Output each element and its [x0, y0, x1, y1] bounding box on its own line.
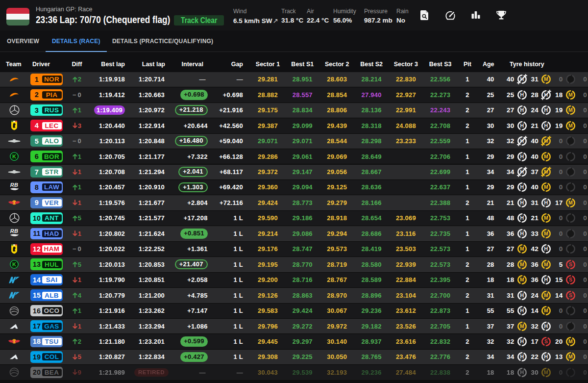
- svg-text:S: S: [568, 277, 572, 282]
- svg-text:H: H: [544, 123, 548, 128]
- svg-text:M: M: [520, 246, 524, 252]
- svg-text:H: H: [520, 184, 524, 190]
- svg-text:M: M: [544, 153, 548, 159]
- svg-text:H: H: [520, 169, 524, 175]
- svg-text:H: H: [520, 77, 524, 82]
- svg-text:H: H: [544, 246, 548, 252]
- svg-text:M: M: [520, 261, 524, 267]
- svg-text:M: M: [568, 200, 573, 205]
- svg-text:S: S: [568, 292, 572, 298]
- svg-text:H: H: [520, 369, 524, 375]
- svg-text:RB: RB: [10, 182, 18, 188]
- svg-text:H: H: [520, 292, 524, 298]
- svg-text:H: H: [544, 92, 548, 98]
- svg-text:H: H: [520, 215, 524, 221]
- svg-text:H: H: [544, 277, 548, 282]
- svg-text:M: M: [544, 184, 548, 190]
- svg-text:M: M: [568, 92, 573, 98]
- svg-text:M: M: [568, 123, 573, 128]
- svg-text:M: M: [520, 277, 524, 282]
- svg-text:H: H: [520, 230, 524, 236]
- svg-text:M: M: [568, 354, 573, 360]
- svg-text:H: H: [520, 338, 524, 344]
- svg-text:M: M: [544, 230, 548, 236]
- svg-text:M: M: [544, 169, 548, 175]
- svg-text:H: H: [544, 323, 548, 329]
- svg-text:H: H: [520, 354, 524, 360]
- svg-text:M: M: [544, 369, 548, 375]
- svg-text:M: M: [568, 107, 573, 113]
- svg-text:H: H: [520, 153, 524, 159]
- svg-text:M: M: [544, 138, 548, 144]
- svg-text:S: S: [568, 261, 572, 267]
- svg-text:H: H: [520, 107, 524, 113]
- svg-text:M: M: [544, 77, 548, 82]
- svg-text:H: H: [520, 307, 524, 313]
- svg-text:RB: RB: [10, 228, 18, 234]
- svg-text:H: H: [544, 107, 548, 113]
- svg-text:K: K: [12, 153, 16, 159]
- svg-text:H: H: [520, 123, 524, 128]
- svg-text:H: H: [520, 138, 524, 144]
- svg-text:M: M: [544, 261, 548, 267]
- svg-text:K: K: [12, 261, 16, 267]
- svg-text:H: H: [544, 200, 548, 205]
- svg-text:H: H: [520, 200, 524, 205]
- svg-text:M: M: [544, 215, 548, 221]
- svg-text:H: H: [520, 92, 524, 98]
- svg-text:M: M: [544, 292, 548, 298]
- svg-text:M: M: [520, 323, 524, 329]
- svg-text:M: M: [568, 338, 573, 344]
- svg-text:M: M: [544, 307, 548, 313]
- svg-text:S: S: [544, 338, 548, 344]
- svg-text:H: H: [544, 354, 548, 360]
